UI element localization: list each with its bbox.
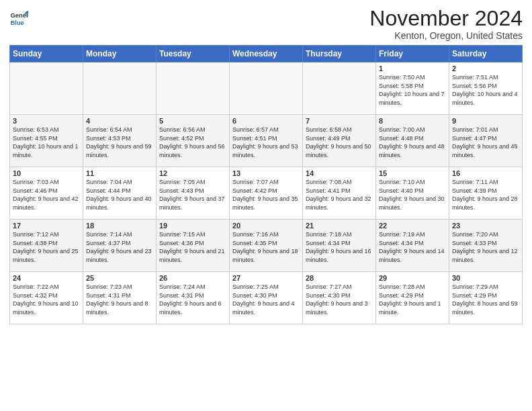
day-number: 18 [86,222,153,230]
calendar-cell: 22Sunrise: 7:19 AM Sunset: 4:34 PM Dayli… [376,220,449,272]
day-info: Sunrise: 7:20 AM Sunset: 4:33 PM Dayligh… [452,230,519,264]
calendar-cell [230,62,303,115]
day-info: Sunrise: 7:29 AM Sunset: 4:29 PM Dayligh… [452,283,519,316]
day-info: Sunrise: 6:57 AM Sunset: 4:51 PM Dayligh… [232,126,300,159]
day-number: 8 [379,117,446,125]
day-info: Sunrise: 7:22 AM Sunset: 4:32 PM Dayligh… [13,283,80,316]
calendar-cell: 5Sunrise: 6:56 AM Sunset: 4:52 PM Daylig… [157,115,230,167]
day-number: 1 [379,64,446,73]
day-info: Sunrise: 7:14 AM Sunset: 4:37 PM Dayligh… [86,230,153,264]
day-number: 14 [306,169,373,177]
day-number: 13 [232,169,300,177]
calendar-week-1: 3Sunrise: 6:53 AM Sunset: 4:55 PM Daylig… [10,115,523,167]
day-number: 2 [452,64,519,73]
svg-text:Blue: Blue [11,19,24,26]
calendar-cell: 19Sunrise: 7:15 AM Sunset: 4:36 PM Dayli… [157,220,230,272]
header-thursday: Thursday [303,46,376,62]
logo: General Blue [9,9,28,28]
day-number: 19 [159,222,226,230]
calendar-week-2: 10Sunrise: 7:03 AM Sunset: 4:46 PM Dayli… [10,167,523,220]
day-info: Sunrise: 7:28 AM Sunset: 4:29 PM Dayligh… [379,283,446,316]
day-number: 24 [13,274,80,282]
day-number: 9 [452,117,519,125]
calendar-cell [83,62,157,115]
day-info: Sunrise: 7:00 AM Sunset: 4:48 PM Dayligh… [379,126,446,159]
day-info: Sunrise: 7:27 AM Sunset: 4:30 PM Dayligh… [306,283,373,316]
calendar-cell: 1Sunrise: 7:50 AM Sunset: 5:58 PM Daylig… [376,62,449,115]
title-block: November 2024 Kenton, Oregon, United Sta… [369,7,523,41]
calendar-cell: 23Sunrise: 7:20 AM Sunset: 4:33 PM Dayli… [449,220,523,272]
calendar-week-3: 17Sunrise: 7:12 AM Sunset: 4:38 PM Dayli… [10,220,523,272]
calendar-cell: 14Sunrise: 7:08 AM Sunset: 4:41 PM Dayli… [303,167,376,220]
day-info: Sunrise: 6:54 AM Sunset: 4:53 PM Dayligh… [86,126,153,159]
day-info: Sunrise: 6:53 AM Sunset: 4:55 PM Dayligh… [13,126,80,159]
header-tuesday: Tuesday [157,46,230,62]
day-info: Sunrise: 6:56 AM Sunset: 4:52 PM Dayligh… [159,126,226,159]
day-info: Sunrise: 7:08 AM Sunset: 4:41 PM Dayligh… [306,178,373,212]
header-sunday: Sunday [10,46,83,62]
day-number: 3 [13,117,80,125]
calendar-cell [10,62,83,115]
calendar-cell: 10Sunrise: 7:03 AM Sunset: 4:46 PM Dayli… [10,167,83,220]
calendar-cell: 9Sunrise: 7:01 AM Sunset: 4:47 PM Daylig… [449,115,523,167]
location: Kenton, Oregon, United States [369,30,523,41]
header-monday: Monday [83,46,157,62]
day-number: 6 [232,117,300,125]
day-number: 27 [232,274,300,282]
day-info: Sunrise: 7:50 AM Sunset: 5:58 PM Dayligh… [379,73,446,107]
calendar-cell: 21Sunrise: 7:18 AM Sunset: 4:34 PM Dayli… [303,220,376,272]
calendar-cell: 2Sunrise: 7:51 AM Sunset: 5:56 PM Daylig… [449,62,523,115]
day-number: 11 [86,169,153,177]
day-info: Sunrise: 7:07 AM Sunset: 4:42 PM Dayligh… [232,178,300,212]
day-number: 4 [86,117,153,125]
calendar-cell: 16Sunrise: 7:11 AM Sunset: 4:39 PM Dayli… [449,167,523,220]
calendar-table: Sunday Monday Tuesday Wednesday Thursday… [9,45,523,324]
day-number: 17 [13,222,80,230]
day-number: 30 [452,274,519,282]
calendar-week-0: 1Sunrise: 7:50 AM Sunset: 5:58 PM Daylig… [10,62,523,115]
calendar-cell: 27Sunrise: 7:25 AM Sunset: 4:30 PM Dayli… [230,272,303,324]
day-info: Sunrise: 7:12 AM Sunset: 4:38 PM Dayligh… [13,230,80,264]
day-number: 26 [159,274,226,282]
calendar-cell: 11Sunrise: 7:04 AM Sunset: 4:44 PM Dayli… [83,167,157,220]
day-info: Sunrise: 7:25 AM Sunset: 4:30 PM Dayligh… [232,283,300,316]
calendar-cell: 20Sunrise: 7:16 AM Sunset: 4:35 PM Dayli… [230,220,303,272]
day-info: Sunrise: 7:10 AM Sunset: 4:40 PM Dayligh… [379,178,446,212]
header-saturday: Saturday [449,46,523,62]
calendar-cell: 8Sunrise: 7:00 AM Sunset: 4:48 PM Daylig… [376,115,449,167]
calendar-cell: 4Sunrise: 6:54 AM Sunset: 4:53 PM Daylig… [83,115,157,167]
day-number: 10 [13,169,80,177]
day-info: Sunrise: 7:04 AM Sunset: 4:44 PM Dayligh… [86,178,153,212]
day-info: Sunrise: 7:19 AM Sunset: 4:34 PM Dayligh… [379,230,446,264]
day-number: 29 [379,274,446,282]
calendar-cell: 28Sunrise: 7:27 AM Sunset: 4:30 PM Dayli… [303,272,376,324]
logo-icon: General Blue [9,9,28,28]
calendar-cell: 7Sunrise: 6:58 AM Sunset: 4:49 PM Daylig… [303,115,376,167]
day-number: 16 [452,169,519,177]
calendar-cell: 30Sunrise: 7:29 AM Sunset: 4:29 PM Dayli… [449,272,523,324]
calendar-week-4: 24Sunrise: 7:22 AM Sunset: 4:32 PM Dayli… [10,272,523,324]
day-info: Sunrise: 7:24 AM Sunset: 4:31 PM Dayligh… [159,283,226,316]
day-info: Sunrise: 7:18 AM Sunset: 4:34 PM Dayligh… [306,230,373,264]
calendar-cell: 12Sunrise: 7:05 AM Sunset: 4:43 PM Dayli… [157,167,230,220]
day-info: Sunrise: 7:23 AM Sunset: 4:31 PM Dayligh… [86,283,153,316]
day-number: 5 [159,117,226,125]
day-number: 12 [159,169,226,177]
calendar-cell: 24Sunrise: 7:22 AM Sunset: 4:32 PM Dayli… [10,272,83,324]
day-info: Sunrise: 7:16 AM Sunset: 4:35 PM Dayligh… [232,230,300,264]
calendar-cell: 18Sunrise: 7:14 AM Sunset: 4:37 PM Dayli… [83,220,157,272]
day-info: Sunrise: 6:58 AM Sunset: 4:49 PM Dayligh… [306,126,373,159]
day-number: 20 [232,222,300,230]
calendar-cell: 13Sunrise: 7:07 AM Sunset: 4:42 PM Dayli… [230,167,303,220]
day-info: Sunrise: 7:03 AM Sunset: 4:46 PM Dayligh… [13,178,80,212]
page-container: General Blue November 2024 Kenton, Orego… [0,0,532,328]
calendar-cell: 29Sunrise: 7:28 AM Sunset: 4:29 PM Dayli… [376,272,449,324]
day-info: Sunrise: 7:05 AM Sunset: 4:43 PM Dayligh… [159,178,226,212]
calendar-cell: 6Sunrise: 6:57 AM Sunset: 4:51 PM Daylig… [230,115,303,167]
header-friday: Friday [376,46,449,62]
header: General Blue November 2024 Kenton, Orego… [9,7,523,41]
calendar-cell [303,62,376,115]
calendar-cell: 25Sunrise: 7:23 AM Sunset: 4:31 PM Dayli… [83,272,157,324]
header-wednesday: Wednesday [230,46,303,62]
day-number: 7 [306,117,373,125]
